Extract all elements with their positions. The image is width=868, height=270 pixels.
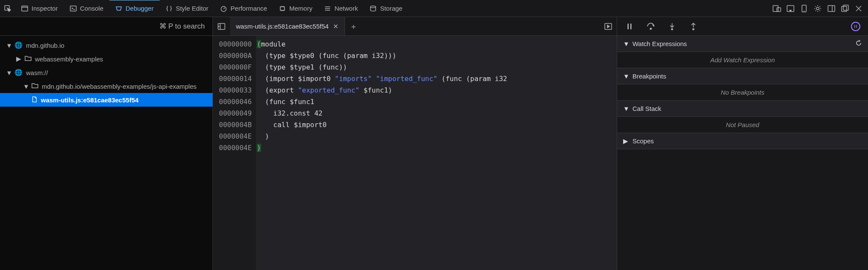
step-out-button[interactable] [689,22,698,31]
storage-icon [370,5,377,12]
tree-file[interactable]: wasm-utils.js:e581cae83ec55f54 [0,93,213,107]
pause-button[interactable] [625,22,634,31]
code-content: (module (type $type0 (func (param i32)))… [256,36,507,270]
debug-panel: ▼ Watch Expressions Add Watch Expression… [617,17,868,270]
scopes-section-header[interactable]: ▶ Scopes [617,133,868,149]
section-title: Call Stack [632,105,661,112]
svg-line-6 [224,8,225,9]
tab-memory[interactable]: Memory [273,0,318,17]
tab-style-editor[interactable]: Style Editor [160,0,215,17]
debugger-icon [115,5,122,12]
file-icon [32,96,37,104]
expand-icon: ▼ [23,83,28,90]
breakpoints-section-header[interactable]: ▼ Breakpoints [617,68,868,84]
tree-label: mdn.github.io [26,42,64,49]
expand-icon: ▶ [16,55,21,63]
callstack-section-body: Not Paused [617,117,868,133]
console-icon [70,5,77,12]
tree-label: wasm-utils.js:e581cae83ec55f54 [41,96,138,104]
tab-label: Network [334,5,358,12]
file-tab-label: wasm-utils.js:e581cae83ec55f54 [236,23,329,30]
globe-icon: 🌐 [14,69,23,76]
svg-point-23 [816,7,819,10]
gutter: 00000000 0000000A 0000000F 00000014 0000… [213,36,256,270]
tree-label: mdn.github.io/webassembly-examples/js-ap… [42,83,197,90]
svg-point-17 [371,6,376,8]
expand-icon: ▼ [623,73,628,80]
settings-icon[interactable] [813,4,822,13]
svg-rect-26 [842,6,847,12]
main-area: ⌘ P to search ▼ 🌐 mdn.github.io ▶ webass… [0,17,868,270]
responsive-design-icon[interactable] [773,4,781,13]
tab-debugger[interactable]: Debugger [109,0,160,16]
section-title: Breakpoints [632,73,666,80]
sources-panel: ⌘ P to search ▼ 🌐 mdn.github.io ▶ webass… [0,17,213,270]
tab-console[interactable]: Console [64,0,109,17]
step-in-button[interactable] [667,22,677,31]
debug-controls [617,17,868,36]
search-hint-label: ⌘ P to search [159,22,205,31]
watch-section-body[interactable]: Add Watch Expression [617,52,868,68]
close-devtools-icon[interactable] [854,4,863,13]
tab-label: Style Editor [176,5,209,12]
tab-storage[interactable]: Storage [364,0,408,17]
editor-panel: wasm-utils.js:e581cae83ec55f54 ✕ ＋ 00000… [213,17,617,270]
performance-icon [220,5,227,12]
inspector-icon [21,5,28,12]
svg-rect-24 [828,6,835,12]
callstack-empty-label: Not Paused [726,121,759,128]
svg-rect-19 [777,8,781,12]
svg-rect-27 [843,5,848,10]
toggle-outline-icon[interactable] [213,17,230,35]
tab-label: Debugger [126,5,154,12]
toolbar-right [773,4,868,13]
tree-label: wasm:// [26,69,48,76]
expand-icon: ▼ [6,42,11,49]
folder-icon [32,82,38,90]
picker-icon [4,5,11,12]
code-editor[interactable]: 00000000 0000000A 0000000F 00000014 0000… [213,36,617,270]
svg-rect-7 [280,7,285,10]
new-tab-button[interactable]: ＋ [345,21,362,32]
deactivate-breakpoints-button[interactable] [851,22,860,31]
tab-performance[interactable]: Performance [214,0,273,17]
expand-icon: ▼ [623,40,628,47]
tab-label: Storage [380,5,402,12]
svg-point-37 [671,28,673,29]
watch-section-header[interactable]: ▼ Watch Expressions [617,36,868,52]
tab-label: Console [80,5,103,12]
svg-rect-18 [773,6,778,12]
dock-side-icon[interactable] [827,4,836,13]
folder-icon [25,55,32,63]
svg-point-39 [693,28,694,29]
expand-icon: ▶ [623,137,628,145]
element-picker-button[interactable] [0,0,15,17]
breakpoints-section-body: No Breakpoints [617,84,868,101]
tab-network[interactable]: Network [318,0,364,17]
tree-folder[interactable]: ▶ webassembly-examples [0,52,213,66]
tree-folder[interactable]: ▼ mdn.github.io/webassembly-examples/js-… [0,79,213,93]
close-tab-icon[interactable]: ✕ [333,23,339,30]
devtools-toolbar: Inspector Console Debugger Style Editor … [0,0,868,17]
tab-inspector[interactable]: Inspector [15,0,64,17]
tab-label: Inspector [32,5,58,12]
section-title: Watch Expressions [632,40,687,47]
run-icon[interactable] [600,17,617,35]
refresh-icon[interactable] [855,40,862,48]
dock-window-icon[interactable] [841,4,849,13]
mobile-icon[interactable] [800,4,808,13]
tree-domain[interactable]: ▼ 🌐 mdn.github.io [0,38,213,52]
iframe-picker-icon[interactable] [786,4,795,13]
step-over-button[interactable] [646,22,655,31]
tree-label: webassembly-examples [35,55,103,63]
file-tab[interactable]: wasm-utils.js:e581cae83ec55f54 ✕ [230,17,345,35]
section-title: Scopes [632,137,654,145]
watch-empty-label: Add Watch Expression [710,56,775,64]
network-icon [324,5,331,12]
breakpoints-empty-label: No Breakpoints [721,89,765,96]
search-hint[interactable]: ⌘ P to search [0,17,213,36]
callstack-section-header[interactable]: ▼ Call Stack [617,101,868,117]
tab-label: Memory [289,5,312,12]
expand-icon: ▼ [6,69,11,76]
tree-domain[interactable]: ▼ 🌐 wasm:// [0,66,213,79]
